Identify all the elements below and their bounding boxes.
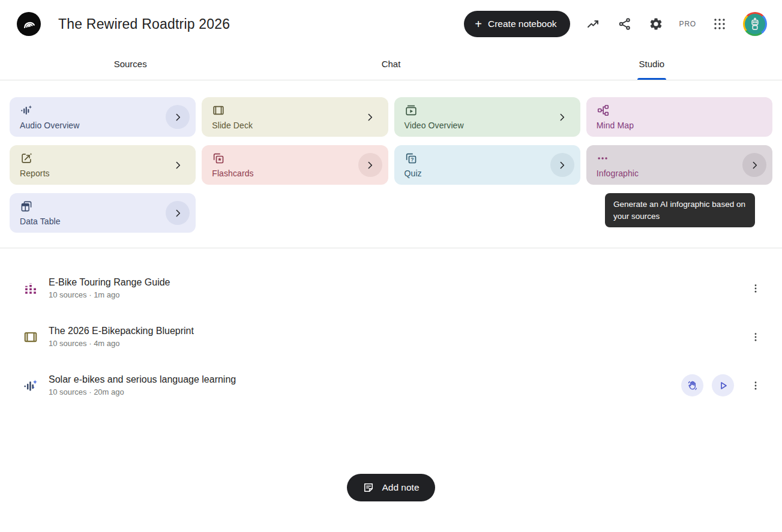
audio-waveform-icon	[20, 104, 33, 117]
tool-label: Slide Deck	[212, 121, 380, 130]
artifact-meta: 10 sources · 20m ago	[49, 387, 236, 396]
tab-chat[interactable]: Chat	[260, 48, 521, 80]
tool-label: Mind Map	[597, 121, 765, 130]
tool-label: Video Overview	[405, 121, 573, 130]
notebook-title[interactable]: The Rewired Roadtrip 2026	[58, 16, 230, 32]
notebooklm-logo[interactable]	[17, 12, 41, 36]
play-icon	[717, 380, 729, 392]
artifact-title[interactable]: Solar e-bikes and serious language learn…	[49, 374, 236, 385]
artifact-title[interactable]: E-Bike Touring Range Guide	[49, 277, 170, 288]
play-button[interactable]	[712, 374, 734, 396]
hand-wave-icon	[687, 380, 699, 392]
tool-label: Reports	[20, 169, 188, 178]
plus-icon: +	[475, 18, 482, 30]
tab-chat-label: Chat	[382, 59, 401, 69]
audio-waveform-icon	[23, 378, 38, 393]
chevron-right-icon[interactable]	[550, 153, 574, 177]
ellipsis-generating-icon	[597, 152, 610, 165]
tool-card-reports[interactable]: Reports	[10, 145, 196, 185]
chevron-right-icon[interactable]	[550, 105, 574, 129]
pro-badge: PRO	[679, 20, 696, 28]
data-table-icon	[20, 200, 33, 213]
tool-card-mind-map[interactable]: Mind Map	[586, 97, 772, 137]
video-overview-icon	[405, 104, 418, 117]
artifact-list: E-Bike Touring Range Guide 10 sources · …	[0, 248, 782, 410]
tool-card-video-overview[interactable]: Video Overview	[394, 97, 580, 137]
tab-sources-label: Sources	[114, 59, 147, 69]
account-avatar[interactable]	[743, 12, 767, 36]
trending-up-icon[interactable]	[586, 16, 601, 32]
active-tab-underline	[637, 78, 666, 80]
add-note-label: Add note	[382, 482, 419, 493]
svg-text:?: ?	[411, 157, 414, 163]
artifact-title[interactable]: The 2026 E-Bikepacking Blueprint	[49, 326, 194, 336]
artifact-row-infographic[interactable]: E-Bike Touring Range Guide 10 sources · …	[0, 264, 782, 312]
settings-gear-icon[interactable]	[648, 16, 664, 32]
tab-sources[interactable]: Sources	[0, 48, 260, 80]
chevron-right-icon[interactable]	[358, 105, 382, 129]
more-options-icon[interactable]	[746, 279, 765, 298]
interactive-mode-button[interactable]	[681, 374, 703, 396]
infographic-tooltip: Generate an AI infographic based on your…	[605, 193, 755, 227]
tool-card-data-table[interactable]: Data Table	[10, 193, 196, 233]
tool-label: Audio Overview	[20, 121, 188, 130]
artifact-row-audio-overview[interactable]: Solar e-bikes and serious language learn…	[0, 361, 782, 410]
note-icon	[362, 482, 374, 494]
infographic-bars-icon	[23, 281, 38, 296]
panel-tabs: Sources Chat Studio	[0, 48, 782, 80]
tool-label: Data Table	[20, 217, 188, 226]
more-options-icon[interactable]	[746, 327, 765, 347]
tool-label: Infographic	[597, 169, 765, 178]
quiz-icon: ?	[405, 152, 418, 165]
create-notebook-button[interactable]: + Create notebook	[464, 11, 570, 37]
artifact-row-slide-deck[interactable]: The 2026 E-Bikepacking Blueprint 10 sour…	[0, 312, 782, 361]
tab-studio-label: Studio	[639, 59, 665, 69]
chevron-right-icon[interactable]	[166, 201, 190, 225]
tab-studio[interactable]: Studio	[522, 48, 782, 80]
artifact-meta: 10 sources · 4m ago	[49, 339, 194, 348]
mind-map-icon	[597, 104, 610, 117]
create-notebook-label: Create notebook	[488, 19, 557, 29]
chevron-right-icon[interactable]	[166, 153, 190, 177]
add-note-row: Add note	[0, 474, 782, 501]
tool-card-audio-overview[interactable]: Audio Overview	[10, 97, 196, 137]
flashcards-icon	[212, 152, 225, 165]
chevron-right-icon[interactable]	[742, 153, 766, 177]
chevron-right-icon[interactable]	[166, 105, 190, 129]
tool-card-slide-deck[interactable]: Slide Deck	[202, 97, 388, 137]
tool-card-infographic[interactable]: Infographic	[586, 145, 772, 185]
reports-icon	[20, 152, 33, 165]
apps-grid-icon[interactable]	[712, 16, 727, 32]
tool-label: Flashcards	[212, 169, 380, 178]
tool-card-quiz[interactable]: ? Quiz	[394, 145, 580, 185]
artifact-meta: 10 sources · 1m ago	[49, 290, 170, 299]
app-header: The Rewired Roadtrip 2026 + Create noteb…	[0, 0, 782, 48]
share-icon[interactable]	[617, 16, 633, 32]
slide-deck-icon	[212, 104, 225, 117]
tool-card-flashcards[interactable]: Flashcards	[202, 145, 388, 185]
tool-label: Quiz	[405, 169, 573, 178]
slide-deck-icon	[23, 329, 38, 345]
more-options-icon[interactable]	[746, 376, 765, 395]
add-note-button[interactable]: Add note	[347, 474, 435, 501]
chevron-right-icon[interactable]	[358, 153, 382, 177]
robot-avatar-image	[745, 14, 765, 34]
